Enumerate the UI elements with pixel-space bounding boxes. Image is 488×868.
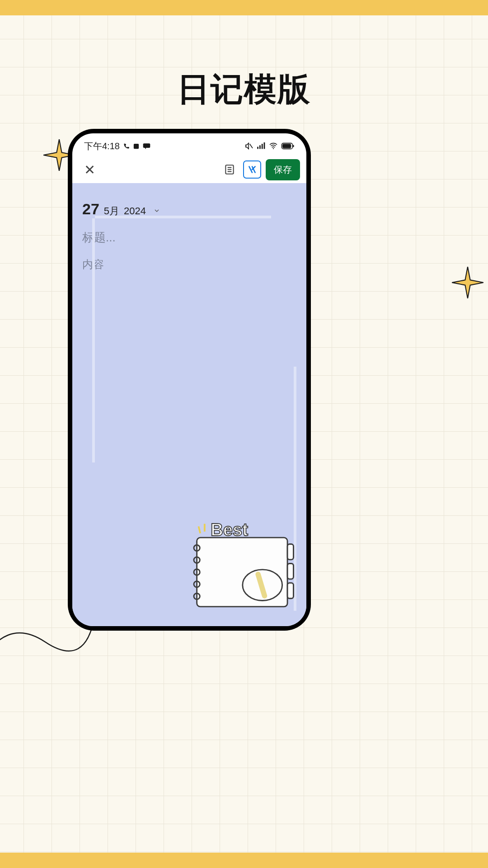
svg-line-29 (198, 526, 200, 533)
page-title: 日记模版 (0, 68, 488, 111)
diary-content-input[interactable]: 内容 (82, 257, 296, 272)
app-icon (133, 143, 140, 150)
svg-rect-5 (262, 144, 263, 149)
svg-rect-10 (293, 145, 294, 147)
call-icon (123, 143, 130, 150)
message-icon (143, 143, 150, 150)
theme-icon (248, 165, 257, 174)
signal-icon (257, 142, 266, 150)
save-button[interactable]: 保存 (266, 159, 300, 180)
diary-title-input[interactable]: 标题... (82, 230, 296, 245)
phone-frame: 下午4:18 ✕ (68, 129, 311, 631)
sparkle-icon (452, 267, 483, 298)
svg-rect-26 (287, 583, 293, 598)
diary-editor-canvas: 27 5月 2024 标题... 内容 (72, 183, 306, 626)
decorative-frame-line (95, 216, 271, 218)
page-border-top (0, 0, 488, 15)
close-button[interactable]: ✕ (81, 160, 98, 179)
mute-icon (244, 142, 253, 150)
svg-rect-0 (134, 143, 139, 148)
wifi-icon (269, 142, 278, 150)
svg-rect-24 (287, 544, 293, 560)
decorative-frame-line (92, 218, 95, 462)
phone-screen: 下午4:18 ✕ (72, 133, 306, 626)
notebook-sticker: Best (184, 520, 297, 615)
svg-text:Best: Best (211, 520, 248, 539)
template-list-button[interactable] (221, 160, 239, 179)
svg-line-2 (250, 144, 253, 148)
theme-button[interactable] (243, 160, 261, 179)
page-border-bottom (0, 853, 488, 868)
svg-point-7 (273, 148, 274, 149)
svg-rect-6 (264, 142, 265, 149)
chevron-down-icon (153, 207, 160, 214)
svg-rect-25 (287, 563, 293, 579)
svg-rect-1 (143, 143, 150, 148)
svg-rect-4 (259, 145, 261, 149)
status-time: 下午4:18 (84, 140, 120, 152)
svg-rect-3 (257, 147, 258, 149)
battery-icon (281, 142, 295, 150)
editor-toolbar: ✕ 保存 (72, 156, 306, 183)
svg-rect-9 (282, 144, 291, 148)
template-list-icon (224, 164, 235, 175)
status-bar: 下午4:18 (72, 133, 306, 156)
